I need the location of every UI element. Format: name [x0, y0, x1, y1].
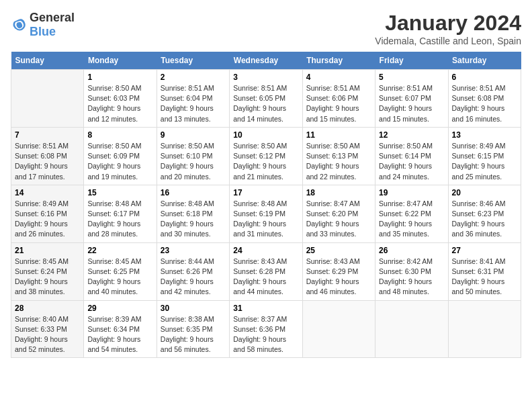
- sunset-text: Sunset: 6:05 PM: [233, 93, 298, 103]
- week-row-3: 14Sunrise: 8:49 AMSunset: 6:16 PMDayligh…: [11, 185, 521, 242]
- week-row-2: 7Sunrise: 8:51 AMSunset: 6:08 PMDaylight…: [11, 127, 521, 185]
- day-number: 27: [452, 246, 517, 255]
- weekday-header-tuesday: Tuesday: [157, 52, 229, 70]
- sunrise-text: Sunrise: 8:43 AM: [306, 257, 371, 267]
- sunrise-text: Sunrise: 8:45 AM: [87, 257, 152, 267]
- day-number: 16: [161, 188, 226, 197]
- sunset-text: Sunset: 6:07 PM: [379, 93, 444, 103]
- calendar-cell: 17Sunrise: 8:48 AMSunset: 6:19 PMDayligh…: [230, 185, 302, 242]
- sunrise-text: Sunrise: 8:51 AM: [233, 83, 298, 93]
- weekday-header-row: SundayMondayTuesdayWednesdayThursdayFrid…: [11, 52, 521, 70]
- logo-blue: Blue: [30, 25, 56, 38]
- daylight-text: Daylight: 9 hours and 36 minutes.: [452, 219, 517, 239]
- day-number: 21: [15, 246, 80, 255]
- sunset-text: Sunset: 6:15 PM: [452, 151, 517, 161]
- sunset-text: Sunset: 6:03 PM: [87, 93, 152, 103]
- calendar-cell: 22Sunrise: 8:45 AMSunset: 6:25 PMDayligh…: [84, 242, 157, 300]
- sunrise-text: Sunrise: 8:44 AM: [161, 257, 226, 267]
- sunrise-text: Sunrise: 8:42 AM: [379, 257, 444, 267]
- day-number: 8: [87, 130, 152, 140]
- day-number: 26: [379, 246, 444, 255]
- calendar-table: SundayMondayTuesdayWednesdayThursdayFrid…: [11, 52, 521, 358]
- day-number: 1: [87, 73, 152, 82]
- sunset-text: Sunset: 6:04 PM: [161, 93, 226, 103]
- sunrise-text: Sunrise: 8:51 AM: [15, 141, 80, 151]
- day-number: 18: [306, 188, 371, 197]
- weekday-header-monday: Monday: [84, 52, 157, 70]
- calendar-cell: [11, 70, 84, 128]
- sunrise-text: Sunrise: 8:51 AM: [379, 83, 444, 93]
- sunset-text: Sunset: 6:35 PM: [161, 324, 226, 334]
- sunset-text: Sunset: 6:22 PM: [379, 209, 444, 219]
- sunset-text: Sunset: 6:26 PM: [161, 267, 226, 277]
- sunrise-text: Sunrise: 8:50 AM: [233, 141, 298, 151]
- day-number: 11: [306, 130, 371, 140]
- sunset-text: Sunset: 6:14 PM: [379, 151, 444, 161]
- calendar-cell: 8Sunrise: 8:50 AMSunset: 6:09 PMDaylight…: [84, 127, 157, 185]
- calendar-cell: 31Sunrise: 8:37 AMSunset: 6:36 PMDayligh…: [230, 300, 302, 358]
- sunrise-text: Sunrise: 8:51 AM: [452, 83, 517, 93]
- day-number: 13: [452, 130, 517, 140]
- sunset-text: Sunset: 6:16 PM: [15, 209, 80, 219]
- sunrise-text: Sunrise: 8:39 AM: [87, 314, 152, 324]
- daylight-text: Daylight: 9 hours and 38 minutes.: [15, 277, 80, 297]
- daylight-text: Daylight: 9 hours and 16 minutes.: [452, 103, 517, 124]
- weekday-header-wednesday: Wednesday: [230, 52, 302, 70]
- daylight-text: Daylight: 9 hours and 13 minutes.: [161, 103, 226, 124]
- daylight-text: Daylight: 9 hours and 14 minutes.: [233, 103, 298, 124]
- sunset-text: Sunset: 6:29 PM: [306, 267, 371, 277]
- calendar-cell: 5Sunrise: 8:51 AMSunset: 6:07 PMDaylight…: [375, 70, 448, 128]
- sunset-text: Sunset: 6:36 PM: [233, 324, 298, 334]
- calendar-cell: 2Sunrise: 8:51 AMSunset: 6:04 PMDaylight…: [157, 70, 229, 128]
- day-number: 3: [233, 73, 298, 82]
- weekday-header-saturday: Saturday: [448, 52, 521, 70]
- daylight-text: Daylight: 9 hours and 56 minutes.: [161, 334, 226, 355]
- sunrise-text: Sunrise: 8:46 AM: [452, 199, 517, 209]
- calendar-cell: 20Sunrise: 8:46 AMSunset: 6:23 PMDayligh…: [448, 185, 521, 242]
- daylight-text: Daylight: 9 hours and 19 minutes.: [87, 161, 152, 181]
- calendar-cell: 6Sunrise: 8:51 AMSunset: 6:08 PMDaylight…: [448, 70, 521, 128]
- day-number: 5: [379, 73, 444, 82]
- daylight-text: Daylight: 9 hours and 17 minutes.: [15, 161, 80, 181]
- calendar-cell: 7Sunrise: 8:51 AMSunset: 6:08 PMDaylight…: [11, 127, 84, 185]
- sunrise-text: Sunrise: 8:48 AM: [87, 199, 152, 209]
- sunset-text: Sunset: 6:17 PM: [87, 209, 152, 219]
- calendar-cell: 30Sunrise: 8:38 AMSunset: 6:35 PMDayligh…: [157, 300, 229, 358]
- sunrise-text: Sunrise: 8:38 AM: [161, 314, 226, 324]
- sunset-text: Sunset: 6:25 PM: [87, 267, 152, 277]
- sunrise-text: Sunrise: 8:49 AM: [452, 141, 517, 151]
- day-number: 14: [15, 188, 80, 197]
- week-row-5: 28Sunrise: 8:40 AMSunset: 6:33 PMDayligh…: [11, 300, 521, 358]
- daylight-text: Daylight: 9 hours and 52 minutes.: [15, 334, 80, 355]
- day-number: 30: [161, 304, 226, 313]
- sunset-text: Sunset: 6:10 PM: [161, 151, 226, 161]
- sunrise-text: Sunrise: 8:51 AM: [306, 83, 371, 93]
- daylight-text: Daylight: 9 hours and 44 minutes.: [233, 277, 298, 297]
- day-number: 22: [87, 246, 152, 255]
- page-header: General Blue January 2024 Videmala, Cast…: [11, 11, 521, 46]
- day-number: 20: [452, 188, 517, 197]
- calendar-cell: [448, 300, 521, 358]
- weekday-header-sunday: Sunday: [11, 52, 84, 70]
- location-title: Videmala, Castille and Leon, Spain: [375, 36, 521, 46]
- daylight-text: Daylight: 9 hours and 22 minutes.: [306, 161, 371, 181]
- sunset-text: Sunset: 6:34 PM: [87, 324, 152, 334]
- sunset-text: Sunset: 6:28 PM: [233, 267, 298, 277]
- calendar-cell: 27Sunrise: 8:41 AMSunset: 6:31 PMDayligh…: [448, 242, 521, 300]
- sunrise-text: Sunrise: 8:37 AM: [233, 314, 298, 324]
- sunrise-text: Sunrise: 8:50 AM: [87, 83, 152, 93]
- day-number: 31: [233, 304, 298, 313]
- calendar-cell: 14Sunrise: 8:49 AMSunset: 6:16 PMDayligh…: [11, 185, 84, 242]
- calendar-cell: 26Sunrise: 8:42 AMSunset: 6:30 PMDayligh…: [375, 242, 448, 300]
- daylight-text: Daylight: 9 hours and 12 minutes.: [87, 103, 152, 124]
- daylight-text: Daylight: 9 hours and 33 minutes.: [306, 219, 371, 239]
- sunset-text: Sunset: 6:06 PM: [306, 93, 371, 103]
- weekday-header-thursday: Thursday: [302, 52, 375, 70]
- calendar-cell: 11Sunrise: 8:50 AMSunset: 6:13 PMDayligh…: [302, 127, 375, 185]
- day-number: 10: [233, 130, 298, 140]
- calendar-cell: 21Sunrise: 8:45 AMSunset: 6:24 PMDayligh…: [11, 242, 84, 300]
- sunrise-text: Sunrise: 8:50 AM: [161, 141, 226, 151]
- calendar-cell: 15Sunrise: 8:48 AMSunset: 6:17 PMDayligh…: [84, 185, 157, 242]
- sunrise-text: Sunrise: 8:43 AM: [233, 257, 298, 267]
- calendar-cell: 16Sunrise: 8:48 AMSunset: 6:18 PMDayligh…: [157, 185, 229, 242]
